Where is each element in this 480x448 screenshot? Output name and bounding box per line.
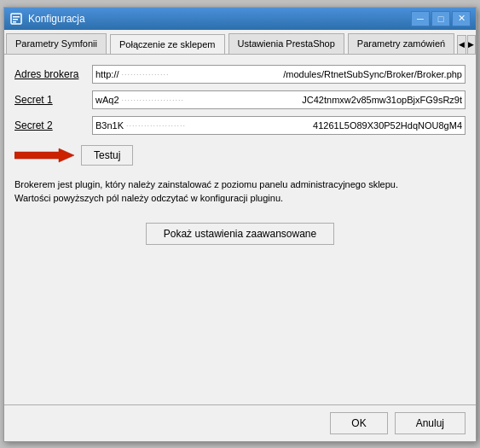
adres-brokera-input[interactable]: http:// ················ /modules/RtnetS… — [92, 65, 466, 84]
adres-brokera-prefix: http:// — [93, 69, 122, 79]
test-button-row: Testuj — [14, 143, 466, 167]
secret-2-label[interactable]: Secret 2 — [14, 119, 87, 131]
title-bar-buttons: ─ □ ✕ — [411, 11, 471, 26]
adres-brokera-suffix: /modules/RtnetSubSync/Broker/Broker.php — [280, 69, 465, 79]
secret-1-suffix: JC42tnmxw2v85mw31opBjxFG9sRz9t — [299, 95, 465, 105]
advanced-button[interactable]: Pokaż ustawienia zaawansowane — [146, 223, 334, 245]
secret-2-input[interactable]: B3n1K ···················· 41261L5O89X30… — [92, 116, 466, 135]
secret-1-prefix: wAq2 — [93, 95, 122, 105]
tab-nav-left[interactable]: ◀ — [457, 35, 466, 54]
secret-2-masked: ···················· — [126, 121, 310, 130]
main-window: Konfiguracja ─ □ ✕ Parametry Symfonii Po… — [3, 7, 477, 442]
tab-parametry-symfonii[interactable]: Parametry Symfonii — [6, 33, 107, 54]
secret-1-row: Secret 1 wAq2 ····················· JC42… — [14, 90, 466, 109]
secret-1-input[interactable]: wAq2 ····················· JC42tnmxw2v85… — [92, 90, 466, 109]
cancel-button[interactable]: Anuluj — [395, 412, 466, 434]
tabs-bar: Parametry Symfonii Połączenie ze sklepem… — [4, 30, 476, 55]
arrow-icon — [14, 143, 74, 167]
adres-brokera-masked: ················ — [122, 70, 281, 79]
secret-1-label[interactable]: Secret 1 — [14, 94, 87, 106]
secret-1-masked: ····················· — [122, 96, 300, 104]
ok-button[interactable]: OK — [330, 412, 387, 434]
info-text: Brokerem jest plugin, który należy zains… — [14, 177, 466, 206]
svg-rect-2 — [13, 19, 18, 20]
tab-ustawienia-prestashop[interactable]: Ustawienia PrestaShop — [228, 33, 344, 54]
title-bar-left: Konfiguracja — [9, 12, 85, 26]
secret-2-suffix: 41261L5O89X30P52HdqNOU8gM4 — [310, 120, 465, 131]
close-button[interactable]: ✕ — [452, 11, 471, 26]
svg-rect-1 — [13, 16, 20, 18]
content-area: Adres brokera http:// ················ /… — [4, 55, 476, 404]
adres-brokera-row: Adres brokera http:// ················ /… — [14, 65, 466, 84]
maximize-button[interactable]: □ — [431, 11, 450, 26]
footer: OK Anuluj — [4, 404, 476, 441]
title-bar: Konfiguracja ─ □ ✕ — [4, 8, 476, 30]
svg-rect-3 — [13, 21, 16, 23]
secret-2-prefix: B3n1K — [93, 120, 126, 131]
advanced-row: Pokaż ustawienia zaawansowane — [14, 223, 466, 245]
window-icon — [9, 12, 23, 26]
tab-polaczenie-ze-sklepem[interactable]: Połączenie ze sklepem — [110, 34, 225, 55]
window-title: Konfiguracja — [28, 13, 85, 25]
info-line-1: Brokerem jest plugin, który należy zains… — [14, 177, 466, 192]
test-button[interactable]: Testuj — [81, 145, 133, 166]
tab-nav-right[interactable]: ▶ — [467, 35, 476, 54]
info-line-2: Wartości powyższych pól należy odczytać … — [14, 191, 466, 206]
svg-marker-4 — [14, 148, 74, 162]
arrow-indicator — [14, 143, 74, 167]
tab-parametry-zamowien[interactable]: Parametry zamówień — [348, 33, 454, 54]
secret-2-row: Secret 2 B3n1K ···················· 4126… — [14, 116, 466, 135]
adres-brokera-label[interactable]: Adres brokera — [14, 68, 87, 80]
minimize-button[interactable]: ─ — [411, 11, 430, 26]
